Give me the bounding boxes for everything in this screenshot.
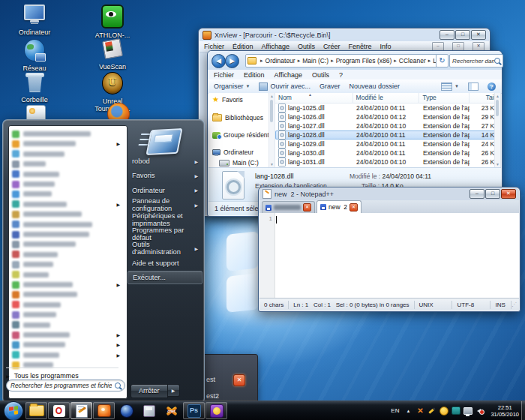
sidebar-item-star[interactable]: ★Favoris — [212, 96, 243, 104]
taskbar-button-cnet[interactable]: cnet — [160, 402, 182, 419]
sidebar-item-homegroup[interactable]: Groupe résidentiel — [212, 131, 275, 139]
recent-program-item-blurred[interactable] — [12, 159, 124, 169]
tray-network-icon[interactable] — [464, 406, 472, 416]
explorer-search-box[interactable]: Rechercher dans : ... — [449, 54, 503, 68]
organize-button[interactable]: Organiser▼ — [214, 82, 250, 90]
xnview-menu-édition[interactable]: Édition — [232, 43, 254, 50]
breadcrumb-segment[interactable]: ▸Program Files (x86) — [328, 57, 392, 64]
file-row[interactable]: lang-1031.dll24/04/2010 04:10Extension d… — [275, 158, 501, 166]
taskbar-clock[interactable]: 22:51 31/05/2010 — [488, 404, 522, 418]
tray-webcam-icon[interactable] — [452, 406, 460, 416]
address-bar[interactable]: ▸Ordinateur▸Main (C:)▸Program Files (x86… — [245, 54, 439, 68]
file-row[interactable]: lang-1025.dll24/04/2010 04:11Extension d… — [275, 104, 501, 112]
breadcrumb-segment[interactable]: ▸Ordinateur — [258, 57, 296, 64]
desktop-icon-computer[interactable]: Ordinateur — [9, 4, 60, 36]
start-menu-item-aide-et-support[interactable]: Aide et support — [128, 256, 202, 270]
taskbar-button-opera[interactable]: O — [48, 402, 70, 419]
taskbar-button-photoshop[interactable]: Ps — [183, 402, 205, 419]
explorer-menu-affichage[interactable]: Affichage — [274, 71, 302, 79]
close-button[interactable]: ✕ — [471, 30, 486, 40]
notepadpp-titlebar[interactable]: new 2 - Notepad++ – □ ✕ — [259, 188, 520, 200]
editor-tab-active[interactable]: new 2✕ — [316, 200, 362, 213]
breadcrumb-label[interactable]: Program Files (x86) — [336, 57, 392, 64]
recent-program-item-blurred[interactable]: ▶ — [12, 340, 124, 350]
recent-program-item-blurred[interactable] — [12, 230, 124, 239]
new-folder-button[interactable]: Nouveau dossier — [350, 82, 400, 90]
explorer-menu-fichier[interactable]: Fichier — [214, 71, 234, 79]
recent-program-item-blurred[interactable] — [12, 189, 124, 199]
recent-program-item-blurred[interactable] — [12, 239, 124, 249]
recent-program-item-blurred[interactable] — [12, 250, 124, 260]
user-avatar[interactable] — [142, 128, 178, 156]
xnview-menu-affichage[interactable]: Affichage — [262, 43, 290, 50]
sidebar-item-library[interactable]: Bibliothèques — [212, 114, 263, 122]
recent-program-item-blurred[interactable] — [12, 179, 124, 189]
desktop-icon-xnview-eye[interactable]: ATHLON-... — [87, 4, 138, 39]
tray-orange-x-icon[interactable]: ✕ — [416, 406, 424, 416]
xnview-menu-créer[interactable]: Créer — [323, 43, 340, 50]
close-button[interactable]: ✕ — [501, 189, 516, 199]
taskbar-button-notepadpp[interactable] — [70, 402, 92, 419]
start-menu-item-ex-cuter[interactable]: Exécuter... — [128, 271, 202, 284]
start-menu-item-p-riph-riques-et-imprimantes[interactable]: Périphériques et imprimantes — [128, 213, 202, 226]
xnview-menu-info[interactable]: Info — [380, 43, 391, 50]
recent-program-item-blurred[interactable]: ▶ — [12, 330, 124, 340]
breadcrumb-label[interactable]: CCleaner — [399, 57, 426, 64]
start-search-box[interactable]: Rechercher les programmes et fichiers — [6, 380, 125, 392]
tray-volume-muted-icon[interactable] — [476, 406, 484, 416]
show-desktop-button[interactable] — [521, 401, 525, 420]
file-row[interactable]: lang-1026.dll24/04/2010 04:12Extension d… — [275, 112, 501, 122]
shutdown-options-arrow[interactable]: ▶ — [168, 384, 180, 397]
start-menu-item-robod[interactable]: robod▶ — [128, 154, 202, 168]
desktop-icon-network-globe[interactable]: Réseau — [9, 39, 60, 72]
recent-program-item-blurred[interactable] — [12, 300, 124, 310]
recent-program-item-blurred[interactable] — [12, 320, 124, 330]
breadcrumb-label[interactable]: Ordinateur — [266, 57, 296, 64]
preview-pane-button[interactable] — [468, 82, 478, 91]
all-programs-button[interactable]: ▶ Tous les programmes — [6, 368, 118, 380]
start-menu-item-outils-d-administration[interactable]: Outils d'administration▶ — [128, 242, 202, 255]
recent-program-item-blurred[interactable] — [12, 220, 124, 230]
desktop-icon-vuescan[interactable]: VueScan — [87, 39, 138, 70]
help-button[interactable]: ? — [488, 82, 496, 91]
taskbar-button-explorer-folder[interactable] — [26, 402, 47, 419]
tray-smiley-icon[interactable] — [440, 406, 448, 416]
burn-button[interactable]: Graver — [320, 82, 340, 90]
recent-program-item-blurred[interactable]: ▶ — [12, 200, 124, 209]
recent-program-item-blurred[interactable] — [12, 170, 124, 179]
column-header-type[interactable]: Type — [419, 93, 469, 103]
breadcrumb-segment[interactable]: ▸Main (C:) — [296, 57, 328, 64]
maximize-button[interactable]: □ — [455, 30, 470, 40]
back-button[interactable]: ◀ — [212, 54, 226, 68]
taskbar-button-xnview[interactable] — [93, 402, 115, 419]
xnview-menu-outils[interactable]: Outils — [298, 43, 315, 50]
taskbar-button-yahoo-messenger[interactable] — [206, 402, 227, 419]
breadcrumb-label[interactable]: Main (C:) — [302, 57, 328, 64]
file-row[interactable]: lang-1028.dll24/04/2010 04:11Extension d… — [275, 130, 501, 140]
column-header-mod[interactable]: Modifié le — [353, 93, 420, 103]
recent-program-item-blurred[interactable] — [12, 149, 124, 159]
minimize-button[interactable]: – — [470, 189, 484, 199]
recent-program-item-blurred[interactable] — [12, 290, 124, 299]
xnview-menu-fichier[interactable]: Fichier — [204, 43, 224, 50]
recent-program-item-blurred[interactable]: ▶ — [12, 280, 124, 290]
desktop-icon-recycle-bin[interactable]: Corbeille — [9, 72, 60, 104]
recent-program-item-blurred[interactable] — [12, 260, 124, 269]
explorer-menu-outils[interactable]: Outils — [312, 71, 329, 79]
explorer-menu-edition[interactable]: Edition — [244, 71, 265, 79]
resize-grip[interactable]: ⋰ — [512, 302, 519, 308]
recent-program-item-blurred[interactable]: ▶ — [12, 350, 124, 360]
xnview-titlebar[interactable]: XnView - [Parcourir - C:\$Recycle.Bin\] … — [199, 28, 490, 41]
taskbar-button-blue-sphere[interactable] — [116, 402, 137, 419]
recent-program-item-blurred[interactable] — [12, 209, 124, 219]
dialog-item[interactable]: est2 — [206, 392, 219, 400]
forward-button[interactable]: ▶ — [225, 54, 239, 68]
xnview-menu-fenêtre[interactable]: Fenêtre — [348, 43, 371, 50]
views-button[interactable]: ▼ — [441, 82, 459, 91]
open-with-button[interactable]: Ouvrir avec... — [259, 82, 310, 91]
file-row[interactable]: lang-1030.dll24/04/2010 04:11Extension d… — [275, 148, 501, 158]
tray-chevron-up-icon[interactable]: ▲ — [404, 406, 412, 416]
taskbar-button-cube[interactable] — [138, 402, 160, 419]
sidebar-scrollbar[interactable]: ▲▼ — [268, 93, 275, 167]
column-header-name[interactable]: Nom▲ — [275, 93, 353, 103]
